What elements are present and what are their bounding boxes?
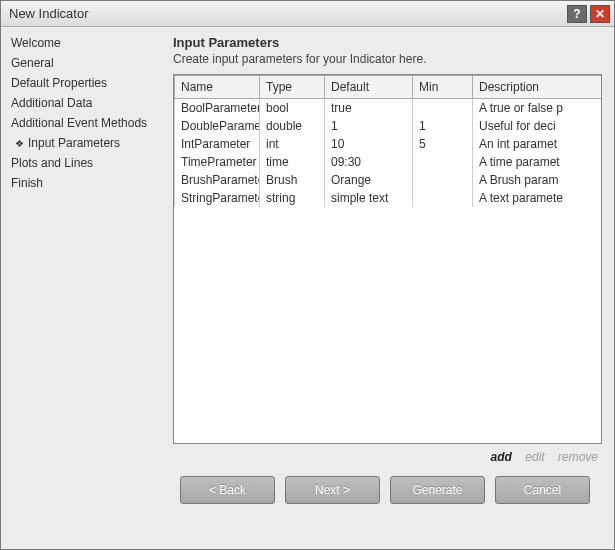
cell-min: 5: [413, 135, 473, 153]
cell-default: 09:30: [325, 153, 413, 171]
sidebar-item-welcome[interactable]: Welcome: [5, 33, 165, 53]
generate-button[interactable]: Generate: [390, 476, 485, 504]
cell-min: [413, 153, 473, 171]
cell-min: 1: [413, 117, 473, 135]
dialog-body: Welcome General Default Properties Addit…: [1, 27, 614, 549]
cell-min: [413, 171, 473, 189]
col-header-description[interactable]: Description: [473, 76, 603, 99]
table-row[interactable]: TimePrametertime09:30A time paramet: [175, 153, 603, 171]
parameters-table[interactable]: Name Type Default Min Description BoolPa…: [174, 75, 602, 207]
cell-description: An int paramet: [473, 135, 603, 153]
window-title: New Indicator: [9, 6, 564, 21]
cell-type: bool: [260, 99, 325, 118]
sidebar-item-finish[interactable]: Finish: [5, 173, 165, 193]
cell-type: string: [260, 189, 325, 207]
cell-name: BrushParameter: [175, 171, 260, 189]
cancel-button[interactable]: Cancel: [495, 476, 590, 504]
cell-default: simple text: [325, 189, 413, 207]
cell-type: int: [260, 135, 325, 153]
next-button[interactable]: Next >: [285, 476, 380, 504]
cell-name: IntParameter: [175, 135, 260, 153]
cell-type: Brush: [260, 171, 325, 189]
table-row[interactable]: BrushParameterBrushOrangeA Brush param: [175, 171, 603, 189]
table-row[interactable]: BoolParameterbooltrueA true or false p: [175, 99, 603, 118]
table-row[interactable]: DoubleParameterdouble11Useful for deci: [175, 117, 603, 135]
main-panel: Input Parameters Create input parameters…: [169, 27, 614, 549]
table-header-row: Name Type Default Min Description: [175, 76, 603, 99]
parameters-table-container: Name Type Default Min Description BoolPa…: [173, 74, 602, 444]
cell-name: StringParameter: [175, 189, 260, 207]
cell-description: A time paramet: [473, 153, 603, 171]
cell-default: true: [325, 99, 413, 118]
add-action[interactable]: add: [491, 450, 512, 464]
sidebar-item-plots-and-lines[interactable]: Plots and Lines: [5, 153, 165, 173]
table-row[interactable]: StringParameterstringsimple textA text p…: [175, 189, 603, 207]
sidebar-item-general[interactable]: General: [5, 53, 165, 73]
sidebar-item-input-parameters[interactable]: Input Parameters: [5, 133, 165, 153]
sidebar-item-additional-event-methods[interactable]: Additional Event Methods: [5, 113, 165, 133]
cell-min: [413, 99, 473, 118]
help-button[interactable]: ?: [567, 5, 587, 23]
edit-action[interactable]: edit: [525, 450, 544, 464]
remove-action[interactable]: remove: [558, 450, 598, 464]
col-header-name[interactable]: Name: [175, 76, 260, 99]
close-button[interactable]: ✕: [590, 5, 610, 23]
cell-type: time: [260, 153, 325, 171]
cell-type: double: [260, 117, 325, 135]
table-row[interactable]: IntParameterint105An int paramet: [175, 135, 603, 153]
back-button[interactable]: < Back: [180, 476, 275, 504]
col-header-min[interactable]: Min: [413, 76, 473, 99]
cell-description: A text paramete: [473, 189, 603, 207]
cell-name: BoolParameter: [175, 99, 260, 118]
cell-default: 10: [325, 135, 413, 153]
sidebar-item-default-properties[interactable]: Default Properties: [5, 73, 165, 93]
sidebar-item-additional-data[interactable]: Additional Data: [5, 93, 165, 113]
cell-default: Orange: [325, 171, 413, 189]
footer-buttons: < Back Next > Generate Cancel: [173, 466, 602, 516]
section-description: Create input parameters for your Indicat…: [173, 52, 602, 66]
cell-default: 1: [325, 117, 413, 135]
cell-description: A true or false p: [473, 99, 603, 118]
cell-name: DoubleParameter: [175, 117, 260, 135]
cell-min: [413, 189, 473, 207]
row-actions: add edit remove: [173, 444, 602, 466]
cell-name: TimePrameter: [175, 153, 260, 171]
cell-description: A Brush param: [473, 171, 603, 189]
dialog-window: New Indicator ? ✕ Welcome General Defaul…: [0, 0, 615, 550]
wizard-sidebar: Welcome General Default Properties Addit…: [1, 27, 169, 549]
cell-description: Useful for deci: [473, 117, 603, 135]
section-heading: Input Parameters: [173, 35, 602, 50]
col-header-type[interactable]: Type: [260, 76, 325, 99]
title-bar: New Indicator ? ✕: [1, 1, 614, 27]
col-header-default[interactable]: Default: [325, 76, 413, 99]
